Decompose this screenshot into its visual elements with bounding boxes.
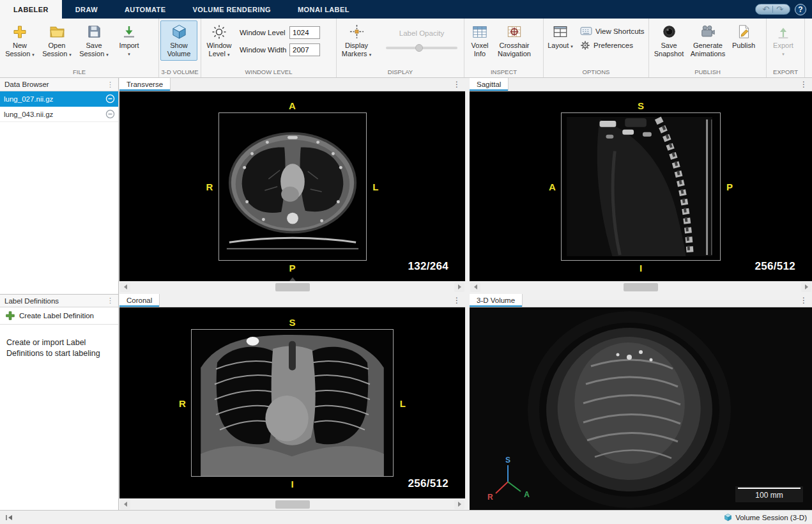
export-button: Export ▾ [768,20,799,61]
section-label-export: EXPORT [767,68,804,77]
volume-render-area[interactable]: S R A 100 mm [470,307,812,510]
overflow-menu-icon[interactable]: ⋮ [795,78,812,91]
window-level-input[interactable] [289,26,320,39]
window-level-button[interactable]: Window Level ▾ [203,20,236,61]
create-label-definition-label: Create Label Definition [19,312,94,320]
tab-draw[interactable]: DRAW [62,0,111,19]
sagittal-scrollbar[interactable] [470,281,812,293]
layout-button[interactable]: Layout ▾ [545,20,576,53]
tab-volume-rendering[interactable]: VOLUME RENDERING [179,0,284,19]
remove-circle-icon[interactable] [105,94,115,104]
ribbon-section-display: Display Markers ▾ Label Opacity DISPLAY [337,19,464,77]
orientation-label: S [289,317,295,328]
label-opacity-slider [386,47,457,49]
save-snapshot-button[interactable]: Save Snapshot [650,20,687,61]
orientation-label: I [640,263,642,274]
ribbon-section-window-level: Window Level ▾ Window Level Window Width… [201,19,337,77]
scrollbar-thumb[interactable] [624,283,658,291]
dropdown-arrow-icon: ▾ [32,52,34,57]
orientation-label: L [400,397,406,408]
window-level-sun-icon [211,23,227,40]
display-markers-icon [349,23,365,40]
tab-monai-label[interactable]: MONAI LABEL [284,0,363,19]
save-session-button[interactable]: Save Session ▾ [75,20,112,61]
create-label-definition-button[interactable]: Create Label Definition [0,307,118,325]
axis-label-superior: S [505,456,510,465]
preferences-button[interactable]: Preferences [578,40,647,51]
orientation-label: S [638,100,644,111]
tab-transverse[interactable]: Transverse [119,78,171,91]
open-session-button[interactable]: Open Session ▾ [38,20,75,61]
section-label-display: DISPLAY [337,68,464,77]
label-opacity-control: Label Opacity [384,29,459,49]
scroll-right-icon[interactable] [454,500,464,509]
undo-icon[interactable]: ↶ [760,5,771,13]
help-button[interactable]: ? [795,4,806,15]
overflow-menu-icon[interactable]: ⋮ [107,297,114,305]
viewport-coronal: Coronal ⋮ S R L I [119,294,465,510]
window-width-input[interactable] [289,43,320,56]
viewport-3d-volume: 3-D Volume ⋮ [470,294,812,510]
scrollbar-track[interactable] [481,282,801,292]
scale-bar-line [738,488,801,489]
tab-labeler[interactable]: LABELER [0,0,62,19]
data-browser-item[interactable]: lung_027.nii.gz [0,91,118,107]
crosshair-navigation-button[interactable]: Crosshair Navigation [494,20,535,61]
scrollbar-track[interactable] [131,500,454,509]
tab-3d-volume[interactable]: 3-D Volume [470,294,523,307]
display-markers-button[interactable]: Display Markers ▾ [338,20,375,61]
label-definitions-panel: Label Definitions ⋮ Create Label Definit… [0,294,118,359]
overflow-menu-icon[interactable]: ⋮ [448,78,465,91]
scroll-left-icon[interactable] [120,282,130,292]
scroll-left-icon[interactable] [120,500,130,509]
tab-sagittal[interactable]: Sagittal [470,78,509,91]
voxel-info-icon [472,23,487,40]
scrollbar-track[interactable] [131,282,454,292]
remove-circle-icon[interactable] [105,109,115,119]
tab-coronal[interactable]: Coronal [119,294,160,307]
dropdown-arrow-icon: ▾ [227,52,230,57]
import-label: Import [119,42,139,49]
scrollbar-thumb[interactable] [275,500,310,509]
transverse-ct-slice: A R L P [218,112,367,261]
publish-button[interactable]: Publish [728,20,759,52]
overflow-menu-icon[interactable]: ⋮ [448,294,465,307]
sagittal-image-area[interactable]: S A P I 256/512 [470,91,812,281]
import-button[interactable]: Import ▾ [112,20,146,61]
view-shortcuts-button[interactable]: View Shortcuts [578,26,647,36]
tab-automate[interactable]: AUTOMATE [111,0,180,19]
coronal-scrollbar[interactable] [119,498,465,510]
slice-indicator: 132/264 [408,260,448,273]
data-browser-item[interactable]: lung_043.nii.gz [0,107,118,122]
coronal-image-area[interactable]: S R L I 256/512 [119,307,465,498]
generate-animations-button[interactable]: Generate Animations [687,20,728,61]
preferences-label: Preferences [594,42,633,49]
transverse-scrollbar[interactable] [119,281,465,293]
scroll-left-icon[interactable] [470,282,480,292]
show-volume-toggle[interactable]: Show Volume [160,20,197,61]
open-session-label: Open Session [42,42,67,58]
redo-icon[interactable]: ↷ [774,5,785,13]
voxel-info-button[interactable]: Voxel Info [466,20,494,61]
ribbon-section-publish: Save Snapshot Generate Animations Publis… [649,19,767,77]
overflow-menu-icon[interactable]: ⋮ [107,81,114,89]
save-snapshot-icon [662,23,677,40]
scroll-right-icon[interactable] [454,282,464,292]
scroll-right-icon[interactable] [801,282,811,292]
new-session-button[interactable]: New Session ▾ [1,20,38,61]
transverse-image-area[interactable]: A R L P 132/264 [119,91,465,281]
window-width-label: Window Width [240,46,289,54]
orientation-label: I [291,479,293,489]
coronal-header: Coronal ⋮ [119,294,465,307]
layout-icon [553,23,568,40]
volume-file-name: lung_043.nii.gz [4,111,53,118]
collapse-panel-icon[interactable] [5,514,13,521]
overflow-menu-icon[interactable]: ⋮ [795,294,812,307]
publish-label: Publish [732,42,755,49]
scale-bar-label: 100 mm [755,491,783,500]
section-label-file: FILE [0,68,158,77]
scrollbar-thumb[interactable] [275,283,310,291]
slice-indicator: 256/512 [408,477,448,490]
sagittal-ct-image [562,113,720,260]
ribbon-section-export: Export ▾ EXPORT [767,19,805,77]
